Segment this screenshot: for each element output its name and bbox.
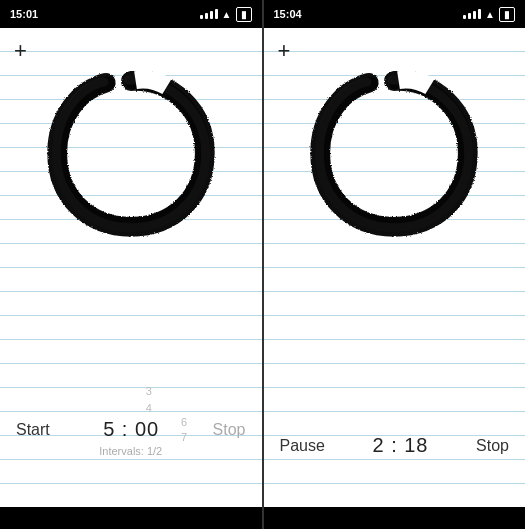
right-timer-area: Pause 2 : 18 Stop <box>264 434 526 457</box>
right-signal-icon <box>463 9 481 19</box>
left-battery-icon: ▮ <box>236 7 252 22</box>
right-pause-button[interactable]: Pause <box>280 437 325 455</box>
left-timer-area: 3 4 Start 5 : 00 6 7 Stop Intervals: 1/2 <box>0 383 262 457</box>
right-battery-icon: ▮ <box>499 7 515 22</box>
left-enso-circle <box>41 63 221 243</box>
right-plus-button[interactable]: + <box>278 40 291 62</box>
left-time: 15:01 <box>10 8 38 20</box>
left-plus-button[interactable]: + <box>14 40 27 62</box>
right-timer-controls: Pause 2 : 18 Stop <box>264 434 526 457</box>
left-timer-scroll: 6 7 <box>181 415 187 444</box>
right-status-bar: 15:04 ▲ ▮ <box>264 0 526 28</box>
right-time: 15:04 <box>274 8 302 20</box>
left-bottom-bar <box>0 507 262 529</box>
left-start-button[interactable]: Start <box>16 421 50 439</box>
right-enso-circle <box>304 63 484 243</box>
left-phone: 15:01 ▲ ▮ + <box>0 0 262 529</box>
right-status-icons: ▲ ▮ <box>463 7 515 22</box>
left-signal-icon <box>200 9 218 19</box>
left-timer-display: 5 : 00 6 7 <box>103 418 159 441</box>
left-intervals-label: Intervals: 1/2 <box>99 445 162 457</box>
left-phone-content: + <box>0 28 262 507</box>
right-phone: 15:04 ▲ ▮ + <box>262 0 526 529</box>
left-status-bar: 15:01 ▲ ▮ <box>0 0 262 28</box>
right-wifi-icon: ▲ <box>485 9 495 20</box>
right-timer-time: 2 : 18 <box>372 434 428 457</box>
right-stop-button[interactable]: Stop <box>476 437 509 455</box>
left-status-icons: ▲ ▮ <box>200 7 252 22</box>
right-bottom-bar <box>264 507 526 529</box>
left-wifi-icon: ▲ <box>222 9 232 20</box>
left-scroll-numbers: 3 4 <box>146 383 152 416</box>
right-phone-content: + <box>264 28 526 507</box>
left-timer-controls: Start 5 : 00 6 7 Stop <box>0 418 262 441</box>
left-stop-button[interactable]: Stop <box>213 421 246 439</box>
left-timer-time: 5 : 00 <box>103 418 159 441</box>
